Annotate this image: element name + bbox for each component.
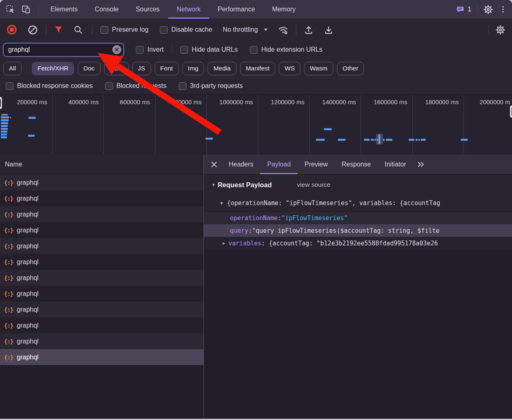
tab-memory[interactable]: Memory [263, 0, 304, 19]
payload-key: operationName [230, 214, 278, 222]
fetch-xhr-icon: {:} [4, 211, 13, 218]
search-icon[interactable] [73, 25, 83, 35]
timeline-gridline [52, 95, 53, 155]
blocked-response-cookies-checkbox[interactable]: Blocked response cookies [6, 82, 93, 90]
overview-right-grip[interactable] [510, 105, 512, 118]
inspect-element-icon[interactable] [6, 4, 15, 14]
payload-variables-row[interactable]: ▶ variables: {accountTag: "b12e3b2192ee5… [204, 237, 512, 250]
tab-performance[interactable]: Performance [209, 0, 264, 19]
network-overview-timeline[interactable]: 200000 ms400000 ms600000 ms800000 ms1000… [0, 94, 512, 155]
filter-icon[interactable] [54, 25, 63, 35]
chip-other[interactable]: Other [337, 62, 364, 75]
divider [477, 4, 477, 14]
details-tabs: HeadersPayloadPreviewResponseInitiator [222, 155, 413, 174]
third-party-requests-checkbox[interactable]: 3rd-party requests [179, 82, 243, 90]
details-tab-preview[interactable]: Preview [298, 155, 335, 174]
chip-doc[interactable]: Doc [78, 62, 101, 75]
issues-badge[interactable]: 1 [456, 5, 471, 14]
details-tab-payload[interactable]: Payload [260, 155, 298, 174]
request-payload-section-header[interactable]: ▼ Request Payload view source [204, 175, 512, 195]
chip-all[interactable]: All [3, 62, 22, 75]
request-name: graphql [17, 258, 38, 266]
chip-js[interactable]: JS [132, 62, 151, 75]
hide-data-urls-checkbox[interactable]: Hide data URLs [180, 46, 238, 54]
request-row[interactable]: {:}graphql [0, 270, 203, 286]
chip-ws[interactable]: WS [279, 62, 300, 75]
request-row[interactable]: {:}graphql [0, 302, 203, 317]
checkbox-box[interactable] [6, 82, 13, 90]
network-main-area: Name {:}graphql{:}graphql{:}graphql{:}gr… [0, 155, 512, 419]
preserve-log-checkbox[interactable]: Preserve log [101, 26, 149, 34]
chip-fetch-xhr[interactable]: Fetch/XHR [32, 62, 74, 75]
request-row[interactable]: {:}graphql [0, 254, 203, 270]
divider [46, 25, 46, 35]
view-source-link[interactable]: view source [297, 181, 330, 188]
checkbox-box[interactable] [105, 82, 113, 90]
settings-gear-icon[interactable] [483, 4, 493, 15]
request-row[interactable]: {:}graphql [0, 333, 203, 349]
record-network-log-icon[interactable] [7, 24, 17, 35]
timeline-tick-label: 1200000 ms [271, 98, 304, 105]
network-conditions-icon[interactable] [278, 24, 289, 35]
fetch-xhr-icon: {:} [4, 259, 13, 265]
details-tab-response[interactable]: Response [335, 155, 378, 174]
chip-media[interactable]: Media [208, 62, 236, 75]
export-har-icon[interactable] [324, 25, 334, 35]
collapse-triangle-icon[interactable]: ▼ [211, 182, 216, 187]
key-separator: : [261, 240, 269, 247]
filter-input[interactable] [3, 43, 124, 57]
network-settings-gear-icon[interactable] [495, 25, 505, 35]
chip-css[interactable]: CSS [104, 62, 129, 75]
name-column-header[interactable]: Name [0, 155, 203, 175]
checkbox-box[interactable] [136, 46, 144, 54]
details-tab-headers[interactable]: Headers [222, 155, 260, 174]
request-row[interactable]: {:}graphql [0, 222, 203, 238]
request-row[interactable]: {:}graphql [0, 190, 203, 206]
expand-triangle-icon[interactable]: ▶ [223, 241, 225, 245]
checkbox-label: Preserve log [112, 26, 149, 33]
collapse-triangle-icon[interactable]: ▼ [220, 201, 223, 206]
payload-operation-row[interactable]: operationName: "ipFlowTimeseries" [204, 211, 512, 224]
checkbox-box[interactable] [180, 46, 188, 54]
request-name: graphql [17, 354, 38, 361]
clear-filter-icon[interactable] [112, 45, 121, 54]
timeline-tick-label: 800000 ms [171, 98, 201, 105]
payload-summary-row[interactable]: ▼ {operationName: "ipFlowTimeseries", va… [204, 195, 512, 211]
request-name: graphql [17, 195, 38, 202]
request-row[interactable]: {:}graphql [0, 175, 203, 190]
checkbox-box[interactable] [250, 46, 258, 54]
clear-network-log-icon[interactable] [28, 25, 38, 35]
request-row[interactable]: {:}graphql [0, 349, 203, 365]
invert-checkbox[interactable]: Invert [136, 46, 164, 54]
payload-query-row[interactable]: query: "query ipFlowTimeseries($accountT… [204, 224, 512, 237]
import-har-icon[interactable] [304, 25, 314, 35]
request-row[interactable]: {:}graphql [0, 238, 203, 254]
tab-console[interactable]: Console [86, 0, 127, 19]
timeline-tick-label: 1000000 ms [219, 98, 253, 105]
throttling-select[interactable]: No throttling [223, 26, 268, 33]
request-row[interactable]: {:}graphql [0, 317, 203, 333]
disable-cache-checkbox[interactable]: Disable cache [160, 26, 212, 34]
tab-network[interactable]: Network [168, 0, 209, 19]
payload-object-prefix: {accountTag: [269, 240, 316, 247]
close-details-icon[interactable] [208, 155, 222, 174]
details-tab-initiator[interactable]: Initiator [378, 155, 413, 174]
more-options-icon[interactable] [499, 5, 507, 14]
chip-img[interactable]: Img [182, 62, 204, 75]
hide-extension-urls-checkbox[interactable]: Hide extension URLs [250, 46, 322, 54]
tab-elements[interactable]: Elements [42, 0, 86, 19]
checkbox-box[interactable] [101, 26, 108, 34]
chip-manifest[interactable]: Manifest [240, 62, 276, 75]
tab-sources[interactable]: Sources [127, 0, 168, 19]
payload-empty-area [204, 250, 512, 404]
chip-font[interactable]: Font [155, 62, 179, 75]
request-row[interactable]: {:}graphql [0, 286, 203, 302]
overview-left-grip[interactable] [0, 97, 2, 109]
request-row[interactable]: {:}graphql [0, 206, 203, 222]
chip-wasm[interactable]: Wasm [304, 62, 333, 75]
checkbox-box[interactable] [160, 26, 168, 34]
blocked-requests-checkbox[interactable]: Blocked requests [105, 82, 166, 90]
checkbox-box[interactable] [179, 82, 186, 90]
device-toolbar-icon[interactable] [21, 4, 31, 14]
more-details-tabs-icon[interactable] [413, 155, 429, 174]
